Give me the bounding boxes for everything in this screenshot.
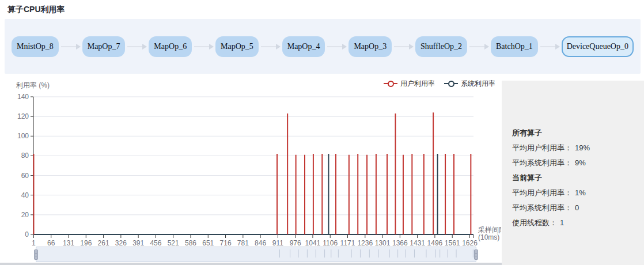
svg-text:196: 196 [80, 239, 92, 247]
svg-text:326: 326 [115, 239, 127, 247]
line-circle-marker-icon [384, 80, 397, 87]
pipeline-node-devicequeueop_0[interactable]: DeviceQueueOp_0 [562, 36, 634, 57]
svg-text:1561: 1561 [445, 239, 460, 247]
datazoom-right-handle[interactable] [474, 249, 478, 260]
svg-text:1496: 1496 [427, 239, 443, 247]
svg-text:80: 80 [21, 152, 29, 160]
flow-arrow-icon [327, 46, 346, 47]
svg-text:60: 60 [21, 172, 29, 180]
user-series [33, 112, 471, 234]
horizontal-scrollbar[interactable] [0, 263, 502, 265]
stat-label: 平均用户利用率： [512, 143, 572, 152]
flow-arrow-icon [194, 46, 213, 47]
svg-text:1366: 1366 [392, 239, 408, 247]
stat-row: 平均系统利用率：0 [512, 200, 638, 215]
flow-arrow-icon [469, 46, 488, 47]
pipeline-node-mapop_7[interactable]: MapOp_7 [82, 36, 126, 57]
stat-value: 0 [575, 203, 579, 212]
svg-text:140: 140 [17, 93, 29, 101]
svg-text:66: 66 [47, 239, 55, 247]
stats-section-heading: 所有算子 [512, 126, 638, 141]
line-circle-marker-icon [444, 80, 458, 87]
pipeline-node-batchop_1[interactable]: BatchOp_1 [491, 36, 538, 57]
datazoom-data-shadow [36, 247, 476, 262]
flow-arrow-icon [540, 46, 559, 47]
legend-label-system: 系统利用率 [461, 79, 495, 89]
flow-arrow-icon [394, 46, 413, 47]
svg-text:100: 100 [17, 132, 29, 140]
stat-label: 平均用户利用率： [512, 188, 572, 197]
svg-text:1431: 1431 [410, 239, 425, 247]
svg-text:采样间隔: 采样间隔 [478, 226, 501, 234]
svg-text:456: 456 [150, 239, 161, 247]
svg-text:391: 391 [132, 239, 144, 247]
utilization-chart[interactable]: 0204060801001201401661311962613263914565… [0, 92, 501, 247]
svg-text:0: 0 [25, 230, 29, 238]
svg-text:261: 261 [98, 239, 109, 247]
svg-text:1171: 1171 [340, 239, 355, 247]
svg-text:586: 586 [185, 239, 196, 247]
stat-label: 使用线程数： [512, 218, 557, 227]
svg-text:131: 131 [63, 239, 74, 247]
svg-text:1: 1 [32, 239, 36, 247]
legend-label-user: 用户利用率 [400, 79, 435, 89]
svg-text:1236: 1236 [357, 239, 373, 247]
datazoom-slider[interactable] [36, 247, 476, 262]
flow-arrow-icon [261, 46, 280, 47]
pipeline-node-mapop_5[interactable]: MapOp_5 [215, 36, 259, 57]
stats-panel: 所有算子平均用户利用率：19%平均系统利用率：9%当前算子平均用户利用率：1%平… [502, 81, 644, 265]
svg-text:40: 40 [21, 191, 29, 199]
legend-item-system[interactable]: 系统利用率 [444, 79, 495, 89]
stat-row: 平均用户利用率：19% [512, 141, 638, 156]
system-series [328, 154, 437, 234]
svg-text:651: 651 [202, 239, 214, 247]
cpu-utilization-page: 算子CPU利用率 MnistOp_8MapOp_7MapOp_6MapOp_5M… [0, 0, 644, 265]
svg-text:911: 911 [272, 239, 283, 247]
stat-value: 9% [575, 158, 586, 167]
svg-text:1626: 1626 [462, 239, 478, 247]
pipeline-node-mapop_4[interactable]: MapOp_4 [282, 36, 325, 57]
y-axis-name: 利用率 (%) [16, 81, 50, 90]
svg-text:716: 716 [220, 239, 232, 247]
svg-text:781: 781 [237, 239, 249, 247]
pipeline-node-mnistop_8[interactable]: MnistOp_8 [12, 36, 59, 57]
stat-value: 19% [575, 143, 590, 152]
datazoom-left-handle[interactable] [34, 249, 38, 260]
svg-text:1301: 1301 [375, 239, 391, 247]
pipeline-node-mapop_3[interactable]: MapOp_3 [348, 36, 392, 57]
svg-text:1106: 1106 [323, 239, 338, 247]
page-title: 算子CPU利用率 [7, 5, 65, 15]
stats-section-heading: 当前算子 [512, 171, 638, 186]
flow-arrow-icon [61, 46, 80, 47]
svg-text:(10ms): (10ms) [478, 233, 499, 241]
svg-text:521: 521 [168, 239, 179, 247]
svg-text:20: 20 [21, 211, 29, 219]
svg-text:120: 120 [17, 112, 29, 120]
svg-text:846: 846 [255, 239, 266, 247]
legend-item-user[interactable]: 用户利用率 [384, 79, 435, 89]
flow-arrow-icon [127, 46, 146, 47]
chart-legend: 用户利用率 系统利用率 [384, 79, 495, 88]
svg-text:976: 976 [290, 239, 301, 247]
stat-value: 1% [575, 188, 586, 197]
stat-row: 平均用户利用率：1% [512, 186, 638, 200]
stat-label: 平均系统利用率： [512, 203, 572, 212]
stat-row: 平均系统利用率：9% [512, 156, 638, 171]
stat-row: 使用线程数：1 [512, 215, 638, 230]
svg-text:1041: 1041 [305, 239, 321, 247]
operator-pipeline: MnistOp_8MapOp_7MapOp_6MapOp_5MapOp_4Map… [5, 19, 641, 74]
stat-value: 1 [560, 218, 564, 227]
pipeline-node-shuffleop_2[interactable]: ShuffleOp_2 [415, 36, 467, 57]
pipeline-node-mapop_6[interactable]: MapOp_6 [149, 36, 192, 57]
stat-label: 平均系统利用率： [512, 158, 572, 167]
